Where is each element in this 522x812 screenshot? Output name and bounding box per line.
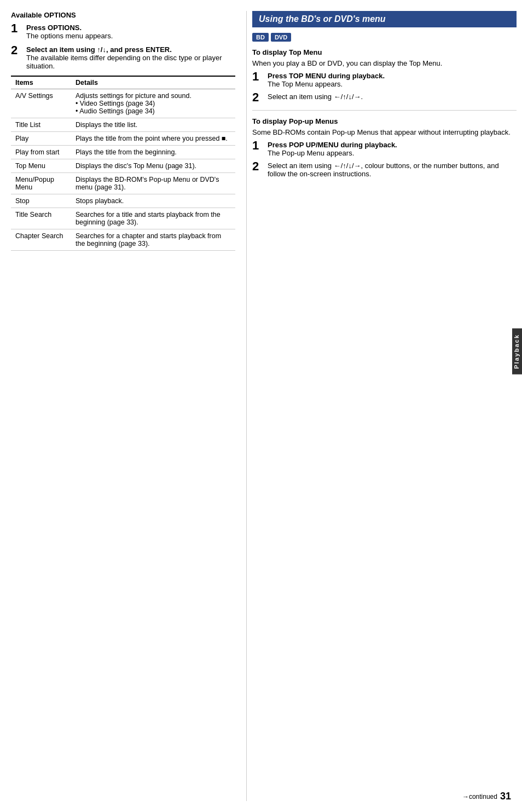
step-1: 1 Press OPTIONS. The options menu appear… — [11, 24, 235, 40]
popup-step-2: 2 Select an item using ←/↑/↓/→, colour b… — [252, 162, 517, 178]
right-step-1-number: 1 — [252, 71, 268, 83]
badge-dvd: DVD — [271, 33, 291, 42]
step-2: 2 Select an item using ↑/↓, and press EN… — [11, 45, 235, 70]
popup-step-1-result: The Pop-up Menu appears. — [268, 149, 517, 157]
right-step-1: 1 Press TOP MENU during playback. The To… — [252, 72, 517, 88]
table-cell-item: Title List — [11, 118, 71, 132]
table-cell-item: Chapter Search — [11, 229, 71, 251]
right-step-2-action: Select an item using ←/↑/↓/→. — [268, 93, 517, 101]
table-row: PlayPlays the title from the point where… — [11, 132, 235, 146]
right-step-1-result: The Top Menu appears. — [268, 80, 517, 88]
table-cell-item: Top Menu — [11, 159, 71, 173]
step-1-number: 1 — [11, 22, 26, 34]
popup-menu-intro: Some BD-ROMs contain Pop-up Menus that a… — [252, 128, 517, 136]
table-row: Menu/Popup MenuDisplays the BD-ROM's Pop… — [11, 173, 235, 194]
right-step-1-action: Press TOP MENU during playback. — [268, 72, 517, 80]
badge-container: BD DVD — [252, 33, 517, 42]
table-row: Title ListDisplays the title list. — [11, 118, 235, 132]
table-row: Play from startPlays the title from the … — [11, 146, 235, 159]
popup-step-1-number: 1 — [252, 140, 268, 152]
right-step-2: 2 Select an item using ←/↑/↓/→. — [252, 93, 517, 103]
table-row: A/V SettingsAdjusts settings for picture… — [11, 89, 235, 118]
table-cell-details: Adjusts settings for picture and sound.•… — [71, 89, 235, 118]
right-section-title: Using the BD's or DVD's menu — [252, 11, 517, 27]
right-step-2-number: 2 — [252, 91, 268, 103]
step-2-number: 2 — [11, 44, 26, 56]
table-cell-details: Displays the disc's Top Menu (page 31). — [71, 159, 235, 173]
table-cell-details: Plays the title from the beginning. — [71, 146, 235, 159]
step-2-action: Select an item using ↑/↓, and press ENTE… — [26, 45, 235, 54]
page-number: 31 — [500, 791, 511, 802]
left-section-title: Available OPTIONS — [11, 11, 235, 19]
badge-bd: BD — [252, 33, 269, 42]
page-footer: →continued 31 — [462, 791, 511, 802]
table-row: Title SearchSearches for a title and sta… — [11, 208, 235, 229]
table-cell-item: Play — [11, 132, 71, 146]
table-header-details: Details — [71, 76, 235, 89]
table-cell-item: Stop — [11, 194, 71, 208]
table-cell-item: Menu/Popup Menu — [11, 173, 71, 194]
table-cell-details: Searches for a title and starts playback… — [71, 208, 235, 229]
popup-step-1: 1 Press POP UP/MENU during playback. The… — [252, 141, 517, 157]
step-1-action: Press OPTIONS. — [26, 24, 235, 32]
table-cell-details: Searches for a chapter and starts playba… — [71, 229, 235, 251]
step-1-result: The options menu appears. — [26, 32, 235, 40]
table-cell-item: Play from start — [11, 146, 71, 159]
table-header-items: Items — [11, 76, 71, 89]
options-table: Items Details A/V SettingsAdjusts settin… — [11, 76, 235, 251]
section-divider — [252, 110, 517, 111]
top-menu-subtitle: To display Top Menu — [252, 48, 517, 56]
popup-step-1-action: Press POP UP/MENU during playback. — [268, 141, 517, 149]
table-cell-item: Title Search — [11, 208, 71, 229]
popup-menu-subtitle: To display Pop-up Menus — [252, 117, 517, 125]
table-cell-item: A/V Settings — [11, 89, 71, 118]
sidebar-tab: Playback — [512, 329, 522, 375]
popup-step-2-action: Select an item using ←/↑/↓/→, colour but… — [268, 162, 517, 178]
table-row: Top MenuDisplays the disc's Top Menu (pa… — [11, 159, 235, 173]
table-cell-details: Displays the title list. — [71, 118, 235, 132]
table-cell-details: Displays the BD-ROM's Pop-up Menu or DVD… — [71, 173, 235, 194]
top-menu-intro: When you play a BD or DVD, you can displ… — [252, 59, 517, 67]
table-cell-details: Plays the title from the point where you… — [71, 132, 235, 146]
table-row: Chapter SearchSearches for a chapter and… — [11, 229, 235, 251]
table-cell-details: Stops playback. — [71, 194, 235, 208]
popup-step-2-number: 2 — [252, 160, 268, 172]
table-row: StopStops playback. — [11, 194, 235, 208]
step-2-result: The available items differ depending on … — [26, 54, 235, 70]
continued-text: →continued — [462, 793, 497, 801]
